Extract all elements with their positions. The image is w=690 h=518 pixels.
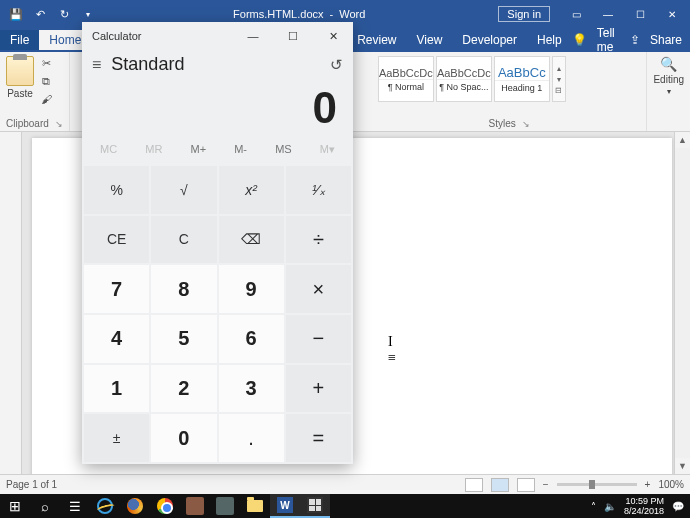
clipboard-group-label: Clipboard	[6, 118, 49, 129]
vertical-scrollbar[interactable]: ▲ ▼	[674, 132, 690, 474]
taskbar-explorer[interactable]	[240, 494, 270, 518]
key-add[interactable]: +	[286, 365, 351, 413]
calc-menu-icon[interactable]: ≡	[92, 56, 101, 74]
tellme-icon: 💡	[572, 33, 587, 47]
tab-developer[interactable]: Developer	[452, 30, 527, 50]
tab-review[interactable]: Review	[347, 30, 406, 50]
share-button[interactable]: Share	[650, 33, 682, 47]
key-7[interactable]: 7	[84, 265, 149, 313]
key-equals[interactable]: =	[286, 414, 351, 462]
mem-mc[interactable]: MC	[96, 141, 121, 158]
tellme-button[interactable]: Tell me	[597, 26, 620, 54]
scroll-up-icon[interactable]: ▲	[675, 132, 690, 148]
key-percent[interactable]: %	[84, 166, 149, 214]
key-6[interactable]: 6	[219, 315, 284, 363]
key-8[interactable]: 8	[151, 265, 216, 313]
key-3[interactable]: 3	[219, 365, 284, 413]
styles-group-label: Styles	[489, 118, 516, 129]
redo-icon[interactable]: ↻	[56, 6, 72, 22]
key-negate[interactable]: ±	[84, 414, 149, 462]
key-subtract[interactable]: −	[286, 315, 351, 363]
page-indicator[interactable]: Page 1 of 1	[6, 479, 57, 490]
styles-more-button[interactable]: ▴▾⊟	[552, 56, 566, 102]
calc-close-icon[interactable]: ✕	[313, 22, 353, 50]
mem-mlist[interactable]: M▾	[316, 141, 339, 158]
zoom-out-icon[interactable]: −	[543, 479, 549, 490]
calc-minimize-icon[interactable]: —	[233, 22, 273, 50]
calc-maximize-icon[interactable]: ☐	[273, 22, 313, 50]
zoom-level[interactable]: 100%	[658, 479, 684, 490]
view-web-icon[interactable]	[517, 478, 535, 492]
taskbar-firefox[interactable]	[120, 494, 150, 518]
key-sqrt[interactable]: √	[151, 166, 216, 214]
key-0[interactable]: 0	[151, 414, 216, 462]
taskbar-avatar1[interactable]	[180, 494, 210, 518]
scroll-down-icon[interactable]: ▼	[675, 458, 690, 474]
zoom-in-icon[interactable]: +	[645, 479, 651, 490]
find-icon: 🔍	[660, 56, 677, 72]
taskbar-calculator[interactable]	[300, 494, 330, 518]
key-1[interactable]: 1	[84, 365, 149, 413]
tray-volume-icon[interactable]: 🔈	[604, 501, 616, 512]
format-painter-icon[interactable]: 🖌	[38, 92, 54, 106]
calc-titlebar[interactable]: Calculator — ☐ ✕	[82, 22, 353, 50]
key-ce[interactable]: CE	[84, 216, 149, 264]
copy-icon[interactable]: ⧉	[38, 74, 54, 88]
word-minimize-icon[interactable]: —	[594, 4, 622, 24]
key-decimal[interactable]: .	[219, 414, 284, 462]
tab-view[interactable]: View	[407, 30, 453, 50]
clipboard-icon	[6, 56, 34, 86]
ribbon-options-icon[interactable]: ▭	[562, 4, 590, 24]
taskbar-word[interactable]: W	[270, 494, 300, 518]
taskbar-chrome[interactable]	[150, 494, 180, 518]
save-icon[interactable]: 💾	[8, 6, 24, 22]
key-square[interactable]: x²	[219, 166, 284, 214]
key-9[interactable]: 9	[219, 265, 284, 313]
taskbar-avatar2[interactable]	[210, 494, 240, 518]
start-button[interactable]: ⊞	[0, 494, 30, 518]
style-heading1[interactable]: AaBbCc Heading 1	[494, 56, 550, 102]
vertical-ruler	[0, 132, 22, 474]
word-statusbar: Page 1 of 1 − + 100%	[0, 474, 690, 494]
paste-button[interactable]: Paste	[6, 56, 34, 106]
cut-icon[interactable]: ✂	[38, 56, 54, 70]
key-backspace[interactable]: ⌫	[219, 216, 284, 264]
task-view-icon[interactable]: ☰	[60, 494, 90, 518]
signin-button[interactable]: Sign in	[498, 6, 550, 22]
editing-button[interactable]: 🔍 Editing ▾	[653, 56, 684, 96]
search-icon[interactable]: ⌕	[30, 494, 60, 518]
mem-ms[interactable]: MS	[271, 141, 296, 158]
style-nospacing[interactable]: AaBbCcDc ¶ No Spac...	[436, 56, 492, 102]
tab-help[interactable]: Help	[527, 30, 572, 50]
key-multiply[interactable]: ×	[286, 265, 351, 313]
styles-launcher-icon[interactable]: ↘	[522, 119, 530, 129]
notifications-icon[interactable]: 💬	[672, 501, 684, 512]
key-2[interactable]: 2	[151, 365, 216, 413]
key-5[interactable]: 5	[151, 315, 216, 363]
mem-mr[interactable]: MR	[141, 141, 166, 158]
calculator-window: Calculator — ☐ ✕ ≡ Standard ↺ 0 MC MR M+…	[82, 22, 353, 464]
zoom-slider[interactable]	[557, 483, 637, 486]
taskbar-ie[interactable]	[90, 494, 120, 518]
key-reciprocal[interactable]: ¹⁄ₓ	[286, 166, 351, 214]
qat-more-icon[interactable]: ▾	[80, 6, 96, 22]
mem-mminus[interactable]: M-	[230, 141, 251, 158]
calc-history-icon[interactable]: ↺	[330, 56, 343, 74]
word-close-icon[interactable]: ✕	[658, 4, 686, 24]
view-read-icon[interactable]	[465, 478, 483, 492]
tray-up-icon[interactable]: ˄	[591, 501, 596, 512]
view-print-icon[interactable]	[491, 478, 509, 492]
word-maximize-icon[interactable]: ☐	[626, 4, 654, 24]
taskbar-clock[interactable]: 10:59 PM 8/24/2018	[624, 496, 664, 516]
key-divide[interactable]: ÷	[286, 216, 351, 264]
key-c[interactable]: C	[151, 216, 216, 264]
key-4[interactable]: 4	[84, 315, 149, 363]
tab-file[interactable]: File	[0, 30, 39, 50]
calc-display: 0	[82, 75, 353, 139]
clipboard-launcher-icon[interactable]: ↘	[55, 119, 63, 129]
word-window-title: Forms.HTML.docx - Word	[104, 8, 494, 20]
mem-mplus[interactable]: M+	[186, 141, 210, 158]
undo-icon[interactable]: ↶	[32, 6, 48, 22]
style-normal[interactable]: AaBbCcDc ¶ Normal	[378, 56, 434, 102]
clock-date: 8/24/2018	[624, 506, 664, 516]
